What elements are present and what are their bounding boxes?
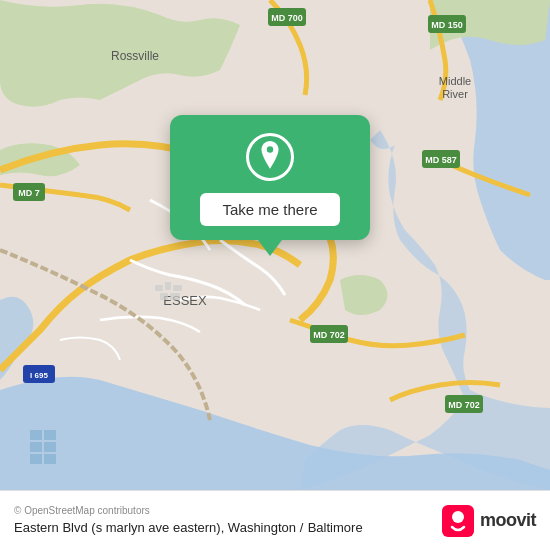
bottom-bar: © OpenStreetMap contributors Eastern Blv… <box>0 490 550 550</box>
popup-card: Take me there <box>170 115 370 240</box>
location-pin-icon <box>246 133 294 181</box>
svg-rect-21 <box>155 285 163 291</box>
svg-rect-31 <box>44 454 56 464</box>
svg-text:I 695: I 695 <box>30 371 48 380</box>
svg-text:MD 587: MD 587 <box>425 155 457 165</box>
svg-text:Middle: Middle <box>439 75 471 87</box>
svg-rect-25 <box>170 293 180 300</box>
svg-text:MD 700: MD 700 <box>271 13 303 23</box>
svg-text:Rossville: Rossville <box>111 49 159 63</box>
place-name-container: Eastern Blvd (s marlyn ave eastern), Was… <box>14 518 363 536</box>
svg-rect-28 <box>30 442 42 452</box>
svg-text:ESSEX: ESSEX <box>163 293 207 308</box>
moovit-logo: moovit <box>442 505 536 537</box>
svg-rect-22 <box>165 282 171 290</box>
svg-text:MD 702: MD 702 <box>448 400 480 410</box>
attribution-text: © OpenStreetMap contributors <box>14 505 363 516</box>
svg-rect-26 <box>30 430 42 440</box>
svg-rect-30 <box>30 454 42 464</box>
place-name2: Baltimore <box>308 520 363 535</box>
bottom-left-info: © OpenStreetMap contributors Eastern Blv… <box>14 505 363 536</box>
svg-text:MD 702: MD 702 <box>313 330 345 340</box>
svg-text:MD 150: MD 150 <box>431 20 463 30</box>
svg-rect-23 <box>173 285 182 291</box>
svg-text:River: River <box>442 88 468 100</box>
take-me-there-button[interactable]: Take me there <box>200 193 339 226</box>
svg-point-32 <box>267 146 273 152</box>
map-container[interactable]: MD 700 MD 150 I 695 I 695 MD 7 MD 587 MD… <box>0 0 550 490</box>
svg-rect-27 <box>44 430 56 440</box>
svg-rect-24 <box>160 293 168 300</box>
svg-rect-29 <box>44 442 56 452</box>
place-name: Eastern Blvd (s marlyn ave eastern), Was… <box>14 520 303 535</box>
svg-text:MD 7: MD 7 <box>18 188 40 198</box>
moovit-icon <box>442 505 474 537</box>
moovit-text: moovit <box>480 510 536 531</box>
svg-point-34 <box>452 511 464 523</box>
